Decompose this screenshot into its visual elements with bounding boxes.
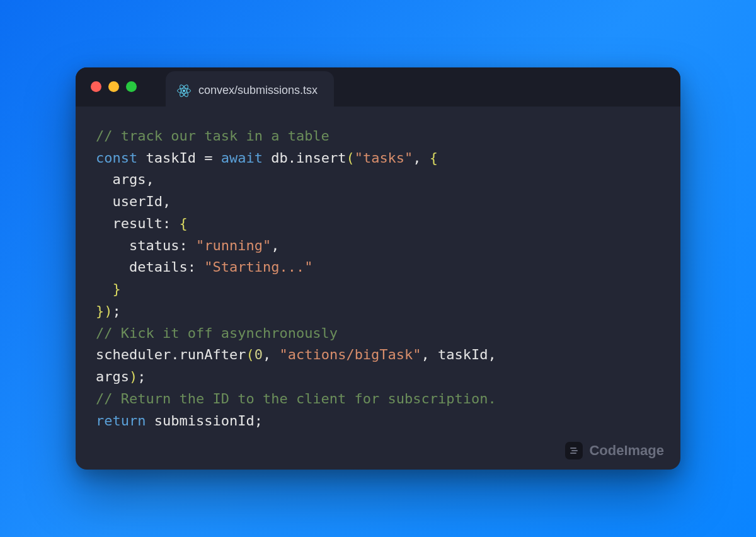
code-paren: ) <box>104 303 112 319</box>
window-controls <box>91 81 137 92</box>
code-punc: ; <box>255 413 263 429</box>
minimize-icon[interactable] <box>108 81 119 92</box>
code-keyword-return: return <box>96 413 146 429</box>
code-editor[interactable]: // track our task in a table const taskI… <box>76 107 680 470</box>
window-titlebar: convex/submissions.tsx <box>76 67 680 107</box>
code-punc: , <box>413 150 430 166</box>
code-punc: : <box>188 259 205 275</box>
code-punc: ; <box>113 303 121 319</box>
code-string: "tasks" <box>355 150 413 166</box>
code-operator: = <box>204 150 221 166</box>
code-punc: , taskId, <box>421 347 496 362</box>
codeimage-logo-icon <box>565 442 583 459</box>
close-icon[interactable] <box>91 81 101 92</box>
code-punc: , <box>271 238 279 253</box>
code-paren: ( <box>346 150 354 166</box>
file-tab[interactable]: convex/submissions.tsx <box>166 71 334 110</box>
code-punc: : <box>163 216 180 231</box>
code-comment: // Kick it off asynchronously <box>96 325 338 341</box>
code-keyword-const: const <box>96 150 137 166</box>
code-comment: // Return the ID to the client for subsc… <box>96 391 496 407</box>
code-call: db.insert <box>263 150 346 166</box>
code-ident: args <box>96 369 129 384</box>
tab-filename: convex/submissions.tsx <box>198 84 318 97</box>
code-punc: , <box>163 193 171 209</box>
svg-point-0 <box>183 90 185 92</box>
code-brace: } <box>96 303 104 319</box>
code-comment: // track our task in a table <box>96 128 329 144</box>
code-call: scheduler.runAfter <box>96 347 246 362</box>
react-icon <box>177 84 191 98</box>
code-number: 0 <box>255 347 263 362</box>
code-ident: taskId <box>137 150 204 166</box>
watermark: CodeImage <box>565 442 664 459</box>
code-brace: { <box>179 216 187 231</box>
code-prop: userId <box>96 193 163 209</box>
code-window: convex/submissions.tsx // track our task… <box>76 67 680 470</box>
code-punc: , <box>146 171 154 187</box>
code-string: "running" <box>196 238 271 253</box>
code-brace: } <box>96 281 121 297</box>
code-string: "Starting..." <box>204 259 312 275</box>
code-paren: ( <box>246 347 254 362</box>
code-prop: status <box>96 238 179 253</box>
code-prop: args <box>96 171 146 187</box>
code-prop: details <box>96 259 188 275</box>
code-string: "actions/bigTask" <box>279 347 421 362</box>
maximize-icon[interactable] <box>126 81 137 92</box>
code-brace: { <box>430 150 438 166</box>
code-paren: ) <box>129 369 137 384</box>
code-prop: result <box>96 216 163 231</box>
code-punc: : <box>179 238 196 253</box>
code-ident: submissionId <box>146 413 254 429</box>
watermark-label: CodeImage <box>589 442 664 459</box>
code-punc: ; <box>137 369 146 384</box>
code-keyword-await: await <box>221 150 263 166</box>
code-punc: , <box>263 347 280 362</box>
